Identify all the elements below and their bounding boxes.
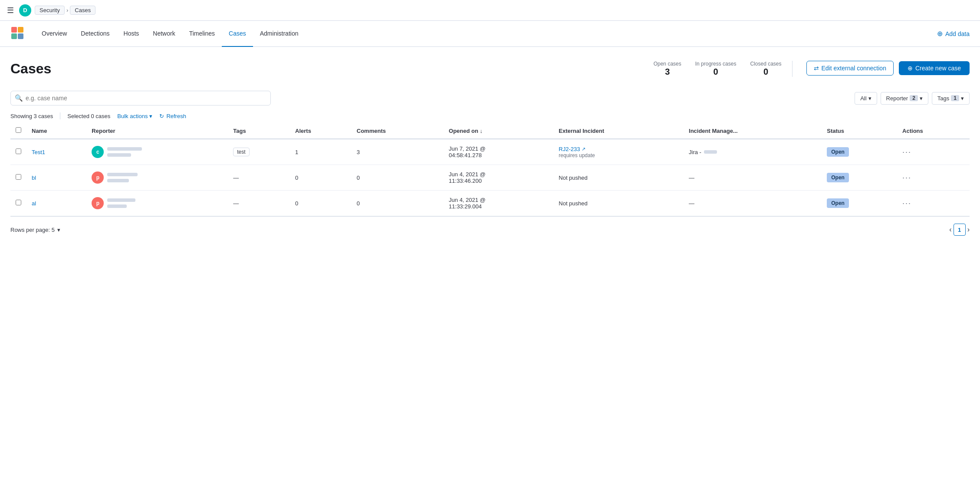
nav-network[interactable]: Network: [146, 21, 182, 47]
reporter-badge: 2: [910, 95, 918, 101]
opened-on-1: Jun 7, 2021 @ 04:58:41.278: [444, 139, 553, 165]
nav-bar: Overview Detections Hosts Network Timeli…: [0, 21, 980, 47]
rows-chevron-icon: ▾: [57, 227, 60, 233]
edit-external-button[interactable]: ⇄ Edit external connection: [806, 61, 894, 76]
stats-bar: Open cases 3 In progress cases 0 Closed …: [643, 61, 793, 77]
avatar: D: [19, 4, 31, 16]
nav-detections[interactable]: Detections: [74, 21, 116, 47]
reporter-info-1: [107, 147, 142, 157]
reporter-avatar-1: c: [92, 146, 104, 158]
top-bar: ☰ D Security › Cases: [0, 0, 980, 21]
status-badge-1: Open: [827, 147, 849, 157]
col-comments: Comments: [352, 123, 444, 139]
bulk-chevron-icon: ▾: [149, 113, 152, 119]
status-badge-2: Open: [827, 173, 849, 182]
tag-3: —: [228, 191, 290, 216]
tags-filter[interactable]: Tags 1 ▾: [932, 92, 970, 105]
select-all-header: [10, 123, 26, 139]
reporter-sub-blurred: [107, 153, 131, 157]
case-name-1[interactable]: Test1: [32, 149, 45, 155]
status-1: Open: [822, 139, 897, 165]
col-opened-on[interactable]: Opened on ↓: [444, 123, 553, 139]
bulk-actions-button[interactable]: Bulk actions ▾: [117, 113, 152, 119]
sort-icon: ↓: [480, 128, 483, 134]
reporter-cell-1: c: [92, 146, 223, 158]
table-row: Test1 c test 1 3 Jun: [10, 139, 970, 165]
external-incident-2: Not pushed: [553, 165, 684, 191]
status-3: Open: [822, 191, 897, 216]
stat-closed: Closed cases 0: [750, 61, 781, 77]
rows-per-page[interactable]: Rows per page: 5 ▾: [10, 227, 60, 233]
next-page-button[interactable]: ›: [967, 226, 970, 234]
search-input[interactable]: [10, 91, 271, 105]
add-data-button[interactable]: ⊕ Add data: [937, 30, 970, 38]
connection-icon: ⇄: [814, 65, 819, 72]
table-row: bl p — 0 0 Jun 4, 2021 @ 11:33: [10, 165, 970, 191]
svg-rect-3: [18, 33, 23, 39]
reporter-avatar-2: p: [92, 171, 104, 184]
plus-circle-icon: ⊕: [937, 30, 943, 38]
comments-2: 0: [352, 165, 444, 191]
header-actions: ⇄ Edit external connection ⊕ Create new …: [806, 61, 970, 76]
breadcrumb-separator: ›: [66, 7, 68, 13]
tags-chevron-icon: ▾: [961, 95, 964, 102]
filter-right: All ▾ Reporter 2 ▾ Tags 1 ▾: [855, 92, 970, 105]
svg-rect-2: [11, 33, 17, 39]
reporter-info-2: [107, 173, 138, 182]
in-progress-label: In progress cases: [695, 61, 737, 67]
external-incident-3: Not pushed: [553, 191, 684, 216]
reporter-info-3: [107, 198, 135, 208]
row-1-checkbox[interactable]: [16, 148, 21, 154]
row-1-actions[interactable]: ···: [902, 148, 911, 156]
incident-mgmt-blurred: [704, 150, 717, 154]
create-case-button[interactable]: ⊕ Create new case: [899, 61, 970, 75]
search-icon: 🔍: [15, 94, 23, 102]
reporter-cell-2: p: [92, 171, 223, 184]
row-3-actions[interactable]: ···: [902, 199, 911, 208]
nav-timelines[interactable]: Timelines: [182, 21, 222, 47]
open-cases-label: Open cases: [654, 61, 681, 67]
reporter-name-blurred: [107, 147, 142, 151]
refresh-button[interactable]: ↻ Refresh: [159, 113, 186, 119]
page-1-button[interactable]: 1: [954, 224, 966, 236]
row-2-checkbox[interactable]: [16, 174, 21, 180]
breadcrumb-cases[interactable]: Cases: [70, 6, 95, 15]
stat-open: Open cases 3: [654, 61, 681, 77]
nav-hosts[interactable]: Hosts: [117, 21, 146, 47]
case-name-2[interactable]: bl: [32, 175, 36, 181]
external-link-1[interactable]: RJ2-233 ↗: [559, 146, 678, 152]
reporter-sub-blurred-3: [107, 204, 127, 208]
reporter-name-blurred-3: [107, 198, 135, 202]
breadcrumb-security[interactable]: Security: [35, 6, 65, 15]
nav-administration[interactable]: Administration: [253, 21, 306, 47]
breadcrumb: Security › Cases: [35, 6, 95, 15]
tag-1: test: [233, 148, 249, 156]
svg-rect-1: [18, 27, 23, 33]
plus-icon: ⊕: [908, 65, 913, 72]
status-badge-3: Open: [827, 198, 849, 208]
alerts-3: 0: [290, 191, 352, 216]
row-3-checkbox[interactable]: [16, 200, 21, 205]
showing-count: Showing 3 cases: [10, 113, 53, 119]
nav-cases[interactable]: Cases: [222, 21, 253, 47]
search-wrap: 🔍: [10, 91, 271, 105]
status-filter[interactable]: All ▾: [855, 92, 877, 105]
tags-badge: 1: [951, 95, 959, 101]
external-incident-1: RJ2-233 ↗ requires update: [553, 139, 684, 165]
reporter-chevron-icon: ▾: [920, 95, 923, 102]
menu-icon[interactable]: ☰: [7, 6, 14, 15]
svg-rect-0: [11, 27, 17, 33]
select-all-checkbox[interactable]: [16, 127, 21, 133]
table-footer: Rows per page: 5 ▾ ‹ 1 ›: [10, 216, 970, 243]
comments-3: 0: [352, 191, 444, 216]
stat-in-progress: In progress cases 0: [695, 61, 737, 77]
prev-page-button[interactable]: ‹: [949, 226, 951, 234]
nav-overview[interactable]: Overview: [35, 21, 74, 47]
reporter-filter[interactable]: Reporter 2 ▾: [881, 92, 928, 105]
refresh-icon: ↻: [159, 113, 164, 119]
alerts-2: 0: [290, 165, 352, 191]
row-2-actions[interactable]: ···: [902, 173, 911, 182]
case-name-3[interactable]: al: [32, 200, 36, 207]
toolbar-divider: [60, 112, 60, 119]
col-alerts: Alerts: [290, 123, 352, 139]
